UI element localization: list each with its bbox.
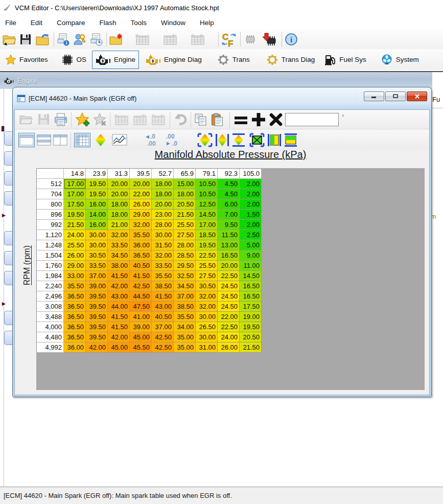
- table-cell[interactable]: 27.50: [196, 271, 218, 281]
- row-header-cell[interactable]: 896: [37, 210, 64, 220]
- info-icon[interactable]: i: [284, 32, 298, 47]
- table-cell[interactable]: 47.50: [130, 302, 152, 312]
- table-cell[interactable]: 31.00: [196, 342, 218, 353]
- menu-help[interactable]: Help: [193, 16, 221, 29]
- table-cell[interactable]: 32.00: [152, 250, 174, 261]
- table-cell[interactable]: 42.00: [86, 342, 108, 353]
- color-rows-icon[interactable]: [215, 133, 229, 147]
- table-cell[interactable]: 2.00: [240, 199, 262, 210]
- table-cell[interactable]: 36.50: [64, 291, 86, 302]
- column-header-cell[interactable]: 65.9: [174, 169, 196, 179]
- table-cell[interactable]: 26.50: [196, 322, 218, 332]
- print-icon[interactable]: [54, 113, 68, 126]
- table-cell[interactable]: 15.00: [174, 179, 196, 189]
- table-cell[interactable]: 26.00: [218, 342, 240, 353]
- table-cell[interactable]: 17.00: [196, 220, 218, 230]
- table-cell[interactable]: 20.50: [174, 199, 196, 210]
- table-cell[interactable]: 14.50: [240, 271, 262, 281]
- table-cell[interactable]: 24.00: [218, 332, 240, 342]
- table-cell[interactable]: 38.00: [108, 261, 130, 271]
- clipped-param-button[interactable]: [4, 331, 12, 345]
- compare-table-3-icon[interactable]: [191, 33, 205, 46]
- table-cell[interactable]: 25.50: [64, 240, 86, 250]
- table-cell[interactable]: 7.00: [218, 210, 240, 220]
- tab-system[interactable]: System: [377, 51, 423, 69]
- table-cell[interactable]: 45.50: [130, 342, 152, 353]
- table-cell[interactable]: 29.00: [64, 261, 86, 271]
- table-cell[interactable]: 36.50: [64, 332, 86, 342]
- table-cell[interactable]: 32.00: [108, 230, 130, 240]
- table-cell[interactable]: 30.00: [86, 230, 108, 240]
- close-file-icon[interactable]: [35, 33, 50, 46]
- table-cell[interactable]: 41.50: [152, 291, 174, 302]
- table-cell[interactable]: 35.50: [152, 271, 174, 281]
- menu-compare[interactable]: Compare: [50, 16, 92, 29]
- table-cell[interactable]: 33.50: [86, 261, 108, 271]
- table-cell[interactable]: 30.50: [196, 281, 218, 291]
- table-cell[interactable]: 29.50: [174, 261, 196, 271]
- row-header-cell[interactable]: 1,120: [37, 230, 64, 240]
- row-header-cell[interactable]: 1,504: [37, 250, 64, 261]
- minimize-button[interactable]: [364, 91, 384, 101]
- table-cell[interactable]: 39.50: [86, 312, 108, 322]
- table-cell[interactable]: 22.50: [218, 271, 240, 281]
- table-cell[interactable]: 24.50: [218, 281, 240, 291]
- table-cell[interactable]: 35.00: [174, 332, 196, 342]
- table-cell[interactable]: 34.50: [174, 281, 196, 291]
- open-icon[interactable]: [18, 113, 33, 126]
- table-cell[interactable]: 14.00: [86, 210, 108, 220]
- row-header-cell[interactable]: 800: [37, 199, 64, 210]
- set-equal-icon[interactable]: [234, 113, 249, 126]
- table-cell[interactable]: 30.00: [86, 240, 108, 250]
- file-history-icon[interactable]: [89, 33, 103, 46]
- row-header-cell[interactable]: 3,488: [37, 312, 64, 322]
- table-cell[interactable]: 11.00: [240, 261, 262, 271]
- column-header-cell[interactable]: 52.7: [152, 169, 174, 179]
- table-cell[interactable]: 24.50: [218, 291, 240, 302]
- table-cell[interactable]: 24.00: [64, 230, 86, 240]
- table-cell[interactable]: 34.50: [108, 250, 130, 261]
- table-cell[interactable]: 24.50: [218, 302, 240, 312]
- color-flat-columns-icon[interactable]: [284, 133, 298, 147]
- menu-tools[interactable]: Tools: [124, 16, 154, 29]
- table-cell[interactable]: 38.50: [152, 281, 174, 291]
- table-cell[interactable]: 9.50: [218, 220, 240, 230]
- row-header-cell[interactable]: 704: [37, 189, 64, 199]
- row-header-cell[interactable]: 1,248: [37, 240, 64, 250]
- table-cell[interactable]: 25.50: [174, 220, 196, 230]
- table-cell[interactable]: 1.50: [240, 210, 262, 220]
- table-cell[interactable]: 37.00: [152, 322, 174, 332]
- table-cell[interactable]: 45.00: [108, 342, 130, 353]
- table-cell[interactable]: 30.00: [152, 230, 174, 240]
- menu-flash[interactable]: Flash: [92, 16, 124, 29]
- remove-favorite-icon[interactable]: [92, 113, 107, 126]
- table-cell[interactable]: 16.50: [240, 291, 262, 302]
- table-cell[interactable]: 26.00: [130, 199, 152, 210]
- table-cell[interactable]: 27.50: [174, 230, 196, 240]
- save-icon[interactable]: [37, 113, 50, 126]
- color-columns-icon[interactable]: [231, 133, 246, 147]
- table-cell[interactable]: 30.50: [86, 250, 108, 261]
- table-cell[interactable]: 39.50: [86, 322, 108, 332]
- table-cell[interactable]: 18.50: [196, 230, 218, 240]
- table-cell[interactable]: 22.00: [218, 312, 240, 322]
- table-cell[interactable]: 40.50: [130, 261, 152, 271]
- table-cell[interactable]: 6.00: [218, 199, 240, 210]
- menu-edit[interactable]: Edit: [24, 16, 50, 29]
- license-icon[interactable]: [73, 33, 86, 46]
- table-cell[interactable]: 32.00: [196, 291, 218, 302]
- clipped-param-button[interactable]: [4, 231, 12, 245]
- value-input[interactable]: [285, 113, 339, 126]
- compare-table-1-icon[interactable]: [113, 113, 130, 126]
- view-single-icon[interactable]: [18, 133, 35, 147]
- table-cell[interactable]: 2.50: [240, 230, 262, 240]
- table-cell[interactable]: 17.00: [64, 179, 86, 189]
- table-cell[interactable]: 37.00: [174, 291, 196, 302]
- table-cell[interactable]: 33.00: [64, 271, 86, 281]
- column-header-cell[interactable]: 79.1: [196, 169, 218, 179]
- table-cell[interactable]: 39.50: [86, 291, 108, 302]
- row-header-cell[interactable]: 512: [37, 179, 64, 189]
- table-cell[interactable]: 43.00: [152, 302, 174, 312]
- table-cell[interactable]: 2.00: [240, 179, 262, 189]
- row-header-cell[interactable]: 3,008: [37, 302, 64, 312]
